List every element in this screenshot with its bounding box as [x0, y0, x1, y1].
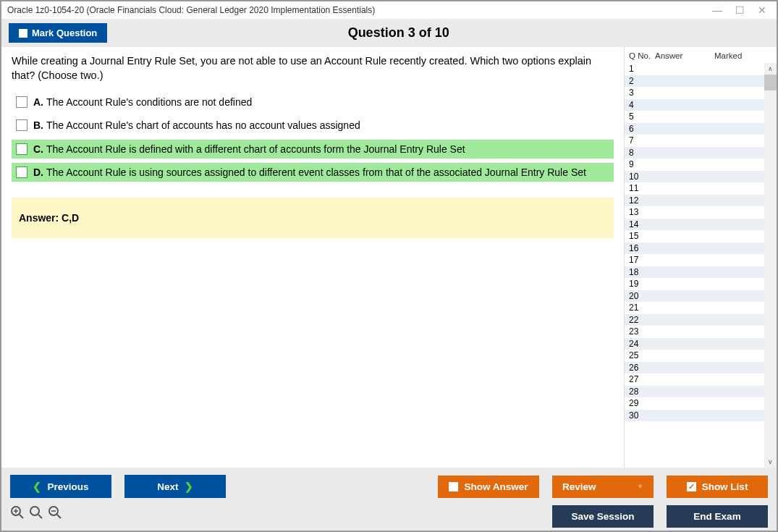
- list-row[interactable]: 25: [625, 350, 777, 362]
- end-exam-button[interactable]: End Exam: [667, 505, 768, 528]
- svg-line-5: [38, 515, 42, 518]
- mark-question-label: Mark Question: [32, 28, 97, 38]
- col-qno: Q No.: [629, 51, 655, 60]
- list-row[interactable]: 5: [625, 111, 777, 123]
- save-session-label: Save Session: [571, 511, 634, 522]
- list-row[interactable]: 12: [625, 195, 777, 207]
- list-row[interactable]: 18: [625, 266, 777, 279]
- option-text: B. The Account Rule's chart of accounts …: [33, 119, 360, 132]
- end-exam-label: End Exam: [693, 511, 740, 522]
- list-row[interactable]: 21: [625, 302, 777, 314]
- chevron-right-icon: ❯: [185, 481, 193, 492]
- col-answer: Answer: [655, 51, 714, 60]
- titlebar: Oracle 1z0-1054-20 (Oracle Financials Cl…: [1, 1, 777, 19]
- option-a[interactable]: A. The Account Rule's conditions are not…: [12, 93, 614, 111]
- list-row[interactable]: 24: [625, 338, 777, 350]
- question-list[interactable]: 1234567891011121314151617181920212223242…: [625, 63, 777, 468]
- previous-label: Previous: [47, 481, 88, 492]
- list-row[interactable]: 10: [625, 171, 777, 183]
- side-panel: Q No. Answer Marked 12345678910111213141…: [624, 47, 777, 468]
- list-row[interactable]: 2: [625, 75, 777, 88]
- option-text: D. The Account Rule is using sources ass…: [33, 166, 586, 179]
- checkbox-icon: [19, 29, 28, 38]
- review-label: Review: [562, 481, 596, 492]
- close-icon[interactable]: ✕: [758, 4, 766, 16]
- button-row-1: ❮ Previous Next ❯ Show Answer Review ▼ ✓…: [10, 475, 768, 498]
- check-icon: ✓: [687, 482, 696, 491]
- list-row[interactable]: 4: [625, 99, 777, 111]
- question-heading: Question 3 of 10: [107, 25, 690, 41]
- list-row[interactable]: 11: [625, 182, 777, 195]
- option-c[interactable]: C. The Account Rule is defined with a di…: [12, 140, 614, 159]
- svg-point-4: [30, 507, 39, 515]
- list-row[interactable]: 9: [625, 159, 777, 171]
- list-row[interactable]: 29: [625, 397, 777, 410]
- zoom-reset-icon[interactable]: [29, 505, 43, 523]
- answer-box: Answer: C,D: [12, 198, 614, 238]
- app-window: Oracle 1z0-1054-20 (Oracle Financials Cl…: [0, 0, 778, 532]
- window-title: Oracle 1z0-1054-20 (Oracle Financials Cl…: [7, 5, 712, 15]
- options-list: A. The Account Rule's conditions are not…: [12, 93, 614, 182]
- answer-label: Answer: C,D: [19, 212, 79, 224]
- list-row[interactable]: 14: [625, 219, 777, 231]
- list-row[interactable]: 28: [625, 386, 777, 398]
- list-row[interactable]: 15: [625, 230, 777, 242]
- list-row[interactable]: 17: [625, 254, 777, 266]
- option-d[interactable]: D. The Account Rule is using sources ass…: [12, 163, 614, 182]
- list-row[interactable]: 27: [625, 373, 777, 386]
- show-list-button[interactable]: ✓ Show List: [667, 476, 768, 498]
- checkbox-icon[interactable]: [16, 143, 28, 155]
- list-row[interactable]: 30: [625, 410, 777, 422]
- option-text: C. The Account Rule is defined with a di…: [33, 143, 465, 156]
- show-answer-label: Show Answer: [464, 481, 528, 492]
- side-header: Q No. Answer Marked: [625, 51, 777, 63]
- list-row[interactable]: 19: [625, 278, 777, 290]
- list-row[interactable]: 22: [625, 314, 777, 326]
- list-row[interactable]: 1: [625, 63, 777, 75]
- svg-line-1: [20, 515, 23, 518]
- list-row[interactable]: 16: [625, 242, 777, 255]
- content-wrap: While creating a Journal Entry Rule Set,…: [1, 47, 777, 468]
- chevron-left-icon: ❮: [33, 481, 41, 492]
- side-list-wrap: 1234567891011121314151617181920212223242…: [625, 63, 777, 468]
- col-marked: Marked: [714, 51, 758, 60]
- scrollbar[interactable]: ∧ ∨: [764, 63, 777, 468]
- button-row-2: Save Session End Exam: [10, 505, 768, 528]
- scroll-down-icon[interactable]: ∨: [764, 456, 777, 468]
- zoom-out-icon[interactable]: [48, 505, 62, 523]
- next-label: Next: [157, 481, 178, 492]
- next-button[interactable]: Next ❯: [124, 475, 226, 498]
- save-session-button[interactable]: Save Session: [552, 505, 654, 528]
- header-bar: Mark Question Question 3 of 10: [1, 19, 777, 47]
- scroll-thumb[interactable]: [764, 75, 777, 90]
- chevron-down-icon: ▼: [637, 483, 643, 490]
- list-row[interactable]: 8: [625, 147, 777, 159]
- minimize-icon[interactable]: —: [712, 4, 722, 16]
- bottom-bar: ❮ Previous Next ❯ Show Answer Review ▼ ✓…: [1, 468, 777, 531]
- option-b[interactable]: B. The Account Rule's chart of accounts …: [12, 116, 614, 135]
- question-text: While creating a Journal Entry Rule Set,…: [12, 54, 614, 83]
- show-answer-button[interactable]: Show Answer: [438, 476, 539, 498]
- window-controls: — ☐ ✕: [712, 4, 771, 16]
- list-row[interactable]: 20: [625, 290, 777, 303]
- svg-line-7: [57, 515, 61, 518]
- mark-question-button[interactable]: Mark Question: [9, 23, 107, 43]
- option-text: A. The Account Rule's conditions are not…: [33, 96, 252, 109]
- list-row[interactable]: 26: [625, 362, 777, 374]
- main-pane: While creating a Journal Entry Rule Set,…: [1, 47, 624, 468]
- scroll-up-icon[interactable]: ∧: [764, 63, 777, 75]
- review-button[interactable]: Review ▼: [552, 476, 654, 498]
- zoom-controls: [10, 505, 62, 528]
- list-row[interactable]: 6: [625, 123, 777, 135]
- maximize-icon[interactable]: ☐: [735, 4, 745, 16]
- zoom-in-icon[interactable]: [10, 505, 25, 523]
- checkbox-icon[interactable]: [16, 166, 28, 178]
- checkbox-icon[interactable]: [16, 96, 28, 108]
- show-list-label: Show List: [702, 481, 748, 492]
- list-row[interactable]: 7: [625, 135, 777, 147]
- list-row[interactable]: 3: [625, 87, 777, 99]
- list-row[interactable]: 13: [625, 206, 777, 219]
- previous-button[interactable]: ❮ Previous: [10, 475, 111, 498]
- list-row[interactable]: 23: [625, 326, 777, 338]
- checkbox-icon[interactable]: [16, 119, 28, 131]
